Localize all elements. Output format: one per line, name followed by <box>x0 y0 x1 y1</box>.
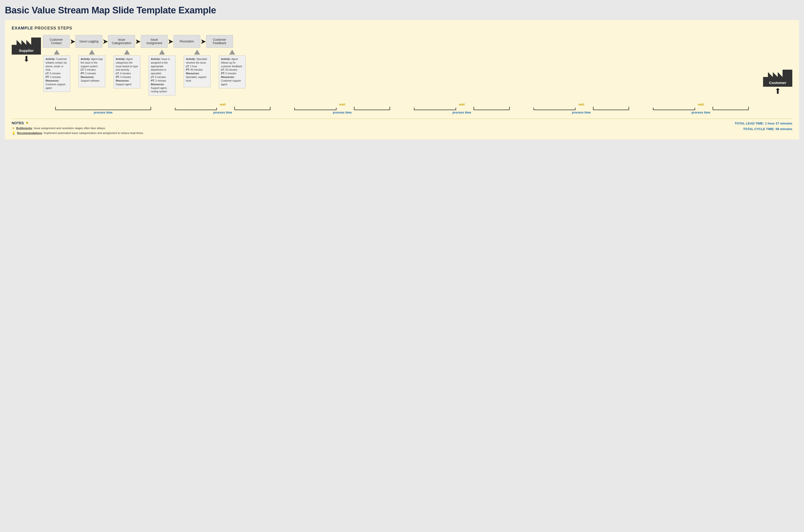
inventory-triangle-4 <box>159 50 165 55</box>
step-1-box: Customer Contact <box>43 35 70 48</box>
funnel-icon-2: ▼ <box>12 127 15 130</box>
step-4-title: Issue Assignment <box>141 35 168 48</box>
main-container: EXAMPLE PROCESS STEPS Supplier ⬇ Custome… <box>5 20 799 139</box>
arrow-4-5: ➤ <box>168 38 173 45</box>
arrow-1-2: ➤ <box>70 38 76 45</box>
process-time-6: process time <box>691 111 710 114</box>
notes-left: NOTES ▼ ▼ Bottlenecks: Issue assignment … <box>12 121 734 135</box>
detail-box-5: Activity: Specialist resolves the issue.… <box>184 56 210 87</box>
inventory-triangle-5 <box>194 50 200 55</box>
supplier-factory: Supplier <box>12 35 41 55</box>
inventory-triangle-3 <box>124 50 130 55</box>
step-5-box: Resolution <box>173 35 200 48</box>
process-title-row: Customer Contact ➤ Issue Logging ➤ Issue… <box>43 35 761 48</box>
funnel-icon: ▼ <box>25 121 29 125</box>
wait-label-6: wait <box>698 103 704 106</box>
note-item-1: ▼ Bottlenecks: Issue assignment and reso… <box>12 127 734 130</box>
step-6-box: Customer Feedback <box>206 35 233 48</box>
detail-box-1: Activity: Customer initiates contact via… <box>43 56 70 92</box>
detail-row: Activity: Customer initiates contact via… <box>43 49 761 95</box>
arrow-5-6: ➤ <box>200 38 206 45</box>
step-5-title: Resolution <box>173 35 200 48</box>
supplier-arrow-down: ⬇ <box>23 55 30 63</box>
inventory-triangle-2 <box>89 50 95 55</box>
step-2-box: Issue Logging <box>76 35 102 48</box>
detail-3: Activity: Agent categorizes the issue ba… <box>114 49 140 89</box>
process-time-2: process time <box>213 111 232 114</box>
notes-section: NOTES ▼ ▼ Bottlenecks: Issue assignment … <box>12 119 792 135</box>
supplier-label: Supplier <box>12 49 41 53</box>
note-item-2: 💡 Recommendations: Implement automated i… <box>12 132 734 135</box>
detail-box-2: Activity: Agent logs the issue in the su… <box>78 56 105 87</box>
step-3-title: Issue Categorization <box>108 35 135 48</box>
customer-label: Customer <box>763 81 792 85</box>
process-time-5: process time <box>572 111 591 114</box>
detail-5: Activity: Specialist resolves the issue.… <box>184 49 210 87</box>
wait-label-5: wait <box>578 103 584 106</box>
customer-factory: Customer <box>763 67 792 87</box>
step-6-title: Customer Feedback <box>206 35 233 48</box>
step-3-box: Issue Categorization <box>108 35 135 48</box>
arrow-2-3: ➤ <box>102 38 108 45</box>
bulb-icon: 💡 <box>12 132 16 135</box>
process-time-1: process time <box>94 111 113 114</box>
inventory-triangle-1 <box>54 50 60 55</box>
middle-flow: Customer Contact ➤ Issue Logging ➤ Issue… <box>43 35 761 95</box>
inventory-triangle-6 <box>229 50 235 55</box>
flow-diagram: Supplier ⬇ Customer Contact ➤ Issue Logg… <box>12 35 792 95</box>
timeline-section: process time wait <box>12 100 792 115</box>
detail-box-4: Activity: Issue is assigned to the appro… <box>149 56 175 95</box>
total-lead-time: TOTAL LEAD TIME: 1 hour 27 minutes <box>734 121 792 126</box>
customer-arrow-up: ⬆ <box>774 87 781 95</box>
detail-box-3: Activity: Agent categorizes the issue ba… <box>114 56 140 89</box>
customer-column: Customer ⬆ <box>761 35 792 95</box>
process-time-3: process time <box>333 111 352 114</box>
supplier-column: Supplier ⬇ <box>12 35 43 95</box>
step-1-title: Customer Contact <box>43 35 70 48</box>
section-label: EXAMPLE PROCESS STEPS <box>12 26 792 31</box>
detail-2: Activity: Agent logs the issue in the su… <box>78 49 105 87</box>
wait-label-2: wait <box>220 103 226 106</box>
detail-6: Activity: Agent follows up for customer … <box>219 49 246 89</box>
step-4-box: Issue Assignment <box>141 35 168 48</box>
notes-label: NOTES ▼ <box>12 121 734 125</box>
step-2-title: Issue Logging <box>76 35 102 48</box>
notes-right: TOTAL LEAD TIME: 1 hour 27 minutes TOTAL… <box>734 121 792 132</box>
detail-1: Activity: Customer initiates contact via… <box>43 49 70 92</box>
detail-box-6: Activity: Agent follows up for customer … <box>219 56 246 89</box>
wait-label-4: wait <box>459 103 465 106</box>
page-title: Basic Value Stream Map Slide Template Ex… <box>5 5 799 16</box>
process-time-4: process time <box>452 111 471 114</box>
total-cycle-time: TOTAL CYCLE TIME: 59 minutes <box>734 127 792 132</box>
detail-4: Activity: Issue is assigned to the appro… <box>149 49 175 95</box>
wait-label-3: wait <box>339 103 345 106</box>
arrow-3-4: ➤ <box>135 38 141 45</box>
